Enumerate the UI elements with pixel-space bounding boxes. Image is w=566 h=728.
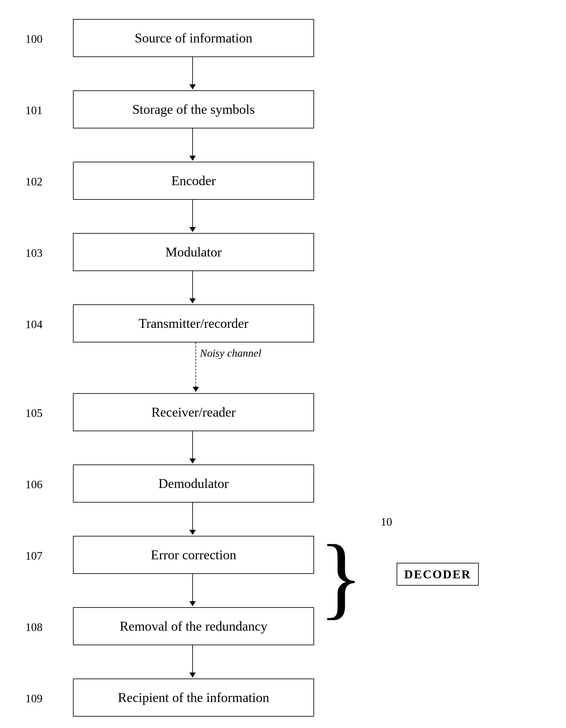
box-removal-redundancy: Removal of the redundancy — [73, 607, 314, 645]
ref-104: 104 — [25, 318, 42, 331]
ref-102: 102 — [25, 175, 42, 188]
ref-106: 106 — [25, 478, 42, 491]
box-recipient-information: Recipient of the information — [73, 679, 314, 717]
ref-100: 100 — [25, 32, 42, 46]
ref-101: 101 — [25, 104, 42, 117]
ref-108: 108 — [25, 621, 42, 634]
box-storage-of-symbols: Storage of the symbols — [73, 90, 314, 128]
ref-103: 103 — [25, 246, 42, 260]
noisy-channel-arrow — [192, 342, 199, 392]
decoder-box: DECODER — [397, 563, 479, 586]
box-modulator: Modulator — [73, 233, 314, 271]
diagram-container: 100 Source of information 101 Storage of… — [16, 10, 555, 726]
noisy-channel-label: Noisy channel — [200, 347, 261, 359]
box-demodulator: Demodulator — [73, 465, 314, 503]
box-error-correction: Error correction — [73, 536, 314, 574]
ref-105: 105 — [25, 406, 42, 420]
decoder-ref: 10 — [381, 515, 392, 529]
box-source-of-information: Source of information — [73, 19, 314, 57]
box-encoder: Encoder — [73, 162, 314, 200]
decoder-brace: } — [319, 531, 363, 623]
box-transmitter-recorder: Transmitter/recorder — [73, 304, 314, 342]
box-receiver-reader: Receiver/reader — [73, 393, 314, 431]
ref-107: 107 — [25, 549, 42, 562]
ref-109: 109 — [25, 692, 42, 705]
